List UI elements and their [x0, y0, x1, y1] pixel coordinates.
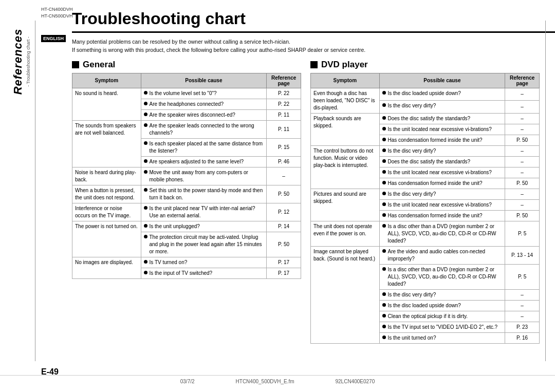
- right-border-line: [545, 21, 546, 361]
- cause-cell: Is the disc very dirty?: [379, 101, 505, 114]
- bullet-item: Are speakers adjusted to the same level?: [144, 158, 264, 165]
- cause-text: Are the video and audio cables con-necte…: [388, 248, 503, 263]
- bullet-dot: [382, 314, 386, 318]
- cause-cell: Are the speaker leads connected to the w…: [141, 120, 267, 138]
- ref-cell: –: [505, 113, 540, 124]
- cause-text: Is the unit placed near TV with inter-na…: [150, 205, 264, 219]
- cause-cell: Is the TV input set to "VIDEO 1/VID-EO 2…: [379, 322, 505, 332]
- cause-text: Is the disc very dirty?: [388, 291, 436, 298]
- symptom-cell: Even though a disc has been loaded, "NO …: [311, 88, 380, 113]
- cause-text: Is a disc other than a DVD (region numbe…: [388, 223, 503, 245]
- bullet-item: Is the unit located near excessive vi-br…: [382, 169, 503, 176]
- cause-cell: Move the unit away from any com-puters o…: [141, 167, 267, 185]
- bullet-dot: [144, 102, 147, 105]
- ref-cell: P. 22: [267, 99, 301, 109]
- bullet-dot: [144, 188, 147, 192]
- dvd-section-header: DVD player: [310, 60, 540, 70]
- symptom-cell: The control buttons do not function. Mus…: [311, 145, 380, 189]
- bullet-item: Is a disc other than a DVD (region numbe…: [382, 266, 503, 288]
- cause-cell: Is the unit located near excessive vi-br…: [379, 124, 505, 135]
- ref-cell: –: [505, 88, 540, 101]
- bullet-item: Is the input of TV switched?: [144, 270, 264, 277]
- cause-text: Is the unit turned on?: [388, 334, 436, 342]
- bullet-item: Does the disc satisfy the standards?: [382, 115, 503, 122]
- symptom-cell: Interference or noise occurs on the TV i…: [72, 203, 141, 221]
- bullet-dot: [382, 170, 386, 174]
- symptom-cell: The sounds from speakers are not well ba…: [72, 120, 141, 167]
- general-table: Symptom Possible cause Referencepage No …: [72, 73, 301, 279]
- sidebar-references: References - Troubleshooting chart -: [11, 21, 31, 103]
- cause-text: Has condensation formed inside the unit?: [388, 137, 483, 144]
- cause-cell: Is the unit located near excessive vi-br…: [379, 167, 505, 178]
- bullet-item: Is the disc very dirty?: [382, 102, 503, 109]
- cause-text: Is the disc very dirty?: [388, 102, 436, 109]
- bullet-dot: [382, 202, 386, 206]
- bullet-dot: [144, 159, 147, 163]
- intro-para-1: Many potential problems can be resolved …: [72, 38, 540, 46]
- bullet-item: Is the unit located near excessive vi-br…: [382, 126, 503, 133]
- cause-text: Is each speaker placed at the same dista…: [150, 140, 264, 155]
- ref-cell: –: [505, 289, 540, 300]
- ref-cell: P. 50: [267, 185, 301, 203]
- cause-cell: Are the video and audio cables con-necte…: [379, 246, 505, 264]
- bullet-item: Clean the optical pickup if it is dirty.: [382, 313, 503, 320]
- cause-cell: Is TV turned on?: [141, 257, 267, 268]
- cause-cell: Is each speaker placed at the same dista…: [141, 138, 267, 156]
- symptom-cell: Image cannot be played back. (Sound is n…: [311, 246, 380, 343]
- bullet-item: Is the disc very dirty?: [382, 147, 503, 155]
- cause-text: Is TV turned on?: [150, 259, 188, 266]
- symptom-cell: No images are displayed.: [72, 257, 141, 278]
- cause-text: Is the TV input set to "VIDEO 1/VID-EO 2…: [388, 324, 498, 331]
- cause-cell: Is the unit turned on?: [379, 332, 505, 343]
- bullet-dot: [144, 206, 147, 210]
- two-columns: General Symptom Possible cause Reference…: [72, 60, 540, 344]
- ref-cell: P. 50: [505, 135, 540, 145]
- ref-cell: P. 22: [267, 88, 301, 99]
- table-row: The power is not turned on.Is the unit u…: [72, 221, 301, 232]
- table-row: Playback sounds are skipped.Does the dis…: [311, 113, 540, 124]
- bullet-item: Is the disc loaded upside down?: [382, 90, 503, 97]
- bullet-item: The protection circuit may be acti-vated…: [144, 234, 264, 255]
- bullet-item: Is a disc other than a DVD (region numbe…: [382, 223, 503, 245]
- symptom-cell: Pictures and sound are skipped.: [311, 189, 380, 221]
- cause-text: Are the headphones connected?: [150, 101, 224, 108]
- cause-text: Are speakers adjusted to the same level?: [150, 158, 244, 165]
- cause-cell: Is the unit located near excessive vi-br…: [379, 199, 505, 210]
- table-row: Pictures and sound are skipped.Is the di…: [311, 189, 540, 199]
- footer-right: 92LCN400E0270: [336, 379, 375, 384]
- bullet-dot: [144, 123, 147, 127]
- bullet-dot: [382, 127, 386, 130]
- bullet-dot: [382, 224, 386, 228]
- bullet-dot: [382, 116, 386, 120]
- ref-cell: –: [505, 300, 540, 311]
- cause-text: Does the disc satisfy the standards?: [388, 158, 471, 165]
- cause-text: Is the unit unplugged?: [150, 223, 200, 230]
- bullet-item: Is the disc very dirty?: [382, 291, 503, 298]
- cause-text: Is the unit located near excessive vi-br…: [388, 169, 492, 176]
- cause-cell: Is the disc loaded upside down?: [379, 88, 505, 101]
- ref-cell: P. 17: [267, 257, 301, 268]
- intro-text: Many potential problems can be resolved …: [72, 38, 540, 54]
- ref-cell: P. 14: [267, 221, 301, 232]
- bullet-dot: [382, 303, 386, 307]
- bullet-item: Is the unit turned on?: [382, 334, 503, 342]
- bullet-item: Does the disc satisfy the standards?: [382, 158, 503, 165]
- cause-text: Is the unit located near excessive vi-br…: [388, 201, 492, 209]
- bottom-footer: 03/7/2 HTCN400_500DVH_E.fm 92LCN400E0270: [0, 375, 555, 384]
- bullet-item: Is TV turned on?: [144, 259, 264, 266]
- bullet-dot: [144, 113, 147, 116]
- table-row: No images are displayed.Is TV turned on?…: [72, 257, 301, 268]
- ref-cell: P. 16: [505, 332, 540, 343]
- model-label-1: HT-CN400DVH: [41, 6, 73, 13]
- ref-cell: P. 17: [267, 268, 301, 278]
- bullet-dot: [382, 325, 386, 328]
- table-row: Even though a disc has been loaded, "NO …: [311, 88, 540, 101]
- dvd-title: DVD player: [321, 60, 368, 70]
- content-area: Many potential problems can be resolved …: [72, 33, 540, 344]
- cause-text: Is the volume level set to "0"?: [150, 90, 217, 97]
- cause-text: Move the unit away from any com-puters o…: [150, 169, 264, 183]
- cause-text: Clean the optical pickup if it is dirty.: [388, 313, 468, 320]
- bullet-item: Is the volume level set to "0"?: [144, 90, 264, 97]
- english-badge: ENGLISH: [41, 35, 66, 42]
- cause-cell: Are the headphones connected?: [141, 99, 267, 109]
